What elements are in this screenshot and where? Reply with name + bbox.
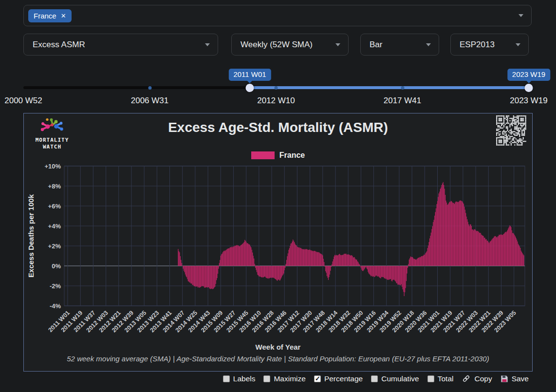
region-multiselect[interactable]: France ✕ — [23, 5, 532, 26]
bar — [347, 255, 347, 266]
bar — [479, 233, 480, 266]
bar — [491, 241, 492, 266]
region-tag[interactable]: France ✕ — [28, 9, 72, 22]
bar — [515, 235, 515, 266]
standard-select[interactable]: ESP2013 — [450, 34, 529, 56]
excess-mortality-bar-chart[interactable]: +10%+8%+6%+4%+2%0%-2%-4%2011 W012011 W19… — [24, 162, 532, 341]
bar — [383, 266, 383, 277]
bar — [222, 254, 222, 266]
bar — [296, 245, 297, 266]
metric-select-value: Excess ASMR — [33, 40, 85, 50]
bar — [416, 260, 416, 266]
bar — [216, 266, 217, 280]
percentage-checkbox[interactable] — [314, 375, 321, 382]
bar — [368, 266, 368, 272]
remove-tag-icon[interactable]: ✕ — [61, 13, 66, 19]
bar — [359, 264, 360, 266]
bar — [422, 256, 423, 266]
bar — [456, 202, 456, 266]
slider-track-active[interactable] — [250, 86, 529, 89]
bar — [439, 193, 439, 266]
metric-select[interactable]: Excess ASMR — [23, 34, 218, 56]
bar — [319, 252, 319, 266]
checkbox-label[interactable]: Maximize — [274, 374, 305, 383]
legend[interactable]: France — [24, 151, 532, 160]
bar — [507, 231, 507, 266]
bar — [339, 254, 339, 266]
frequency-select[interactable]: Weekly (52W SMA) — [231, 34, 349, 56]
bar — [187, 266, 187, 279]
save-button[interactable]: Save — [500, 374, 529, 383]
bar — [299, 247, 299, 266]
chart-footnote: 52 week moving average (SMA) | Age-Stand… — [24, 355, 532, 363]
bar — [389, 266, 389, 280]
bar — [338, 255, 338, 266]
bar — [302, 249, 302, 266]
y-tick-label: +10% — [44, 163, 61, 170]
bar — [262, 266, 263, 277]
toolbar-option-maximize[interactable]: Maximize — [263, 374, 305, 383]
bar — [313, 251, 314, 266]
bar — [440, 189, 441, 266]
bar — [315, 251, 315, 266]
bar — [264, 266, 265, 277]
bar — [252, 250, 252, 266]
bar — [327, 266, 327, 276]
bar — [384, 266, 385, 279]
copy-button[interactable]: Copy — [462, 374, 492, 383]
action-label[interactable]: Save — [512, 374, 529, 383]
bar — [286, 260, 287, 266]
toolbar-option-total[interactable]: Total — [427, 374, 454, 383]
bar — [307, 249, 307, 266]
bar — [352, 255, 352, 266]
slider-scale-label: 2012 W10 — [257, 96, 295, 106]
checkbox-label[interactable]: Labels — [233, 374, 256, 383]
cumulative-checkbox[interactable] — [371, 375, 378, 382]
bar — [406, 266, 407, 281]
bar — [324, 262, 324, 266]
checkbox-label[interactable]: Total — [438, 374, 454, 383]
total-checkbox[interactable] — [427, 375, 434, 382]
bar — [210, 266, 211, 289]
maximize-checkbox[interactable] — [263, 375, 270, 382]
bar — [328, 266, 329, 280]
bar — [382, 266, 382, 277]
bar — [391, 266, 391, 281]
bar — [366, 266, 367, 268]
bar — [240, 246, 240, 266]
bar — [472, 229, 472, 266]
bar — [474, 229, 475, 266]
labels-checkbox[interactable] — [223, 375, 230, 382]
toolbar-option-labels[interactable]: Labels — [223, 374, 256, 383]
bar — [205, 266, 205, 288]
bar — [352, 256, 352, 266]
bar — [412, 257, 412, 266]
bar — [209, 266, 209, 288]
chevron-down-icon — [426, 43, 431, 46]
bar — [214, 266, 215, 287]
checkbox-label[interactable]: Percentage — [324, 374, 363, 383]
floppy-icon — [500, 375, 508, 383]
bar — [193, 266, 194, 286]
bar — [269, 266, 269, 279]
slider-handle-start[interactable]: 2011 W01 — [246, 84, 254, 92]
bar — [402, 266, 402, 287]
bar — [387, 266, 388, 280]
checkbox-label[interactable]: Cumulative — [381, 374, 419, 383]
slider-handle-end[interactable]: 2023 W19 — [525, 84, 533, 92]
bar — [249, 244, 250, 266]
bar — [478, 232, 479, 266]
chevron-down-icon — [516, 43, 520, 46]
y-tick-label: -4% — [50, 302, 61, 310]
bar — [186, 266, 187, 277]
action-label[interactable]: Copy — [474, 374, 492, 383]
chart-type-select[interactable]: Bar — [360, 34, 439, 56]
bar — [281, 266, 282, 278]
bar — [339, 254, 340, 266]
bar — [501, 235, 502, 266]
bar — [476, 231, 477, 266]
toolbar-option-percentage[interactable]: Percentage — [314, 374, 363, 383]
toolbar-option-cumulative[interactable]: Cumulative — [371, 374, 419, 383]
bar — [311, 250, 311, 266]
date-range-slider[interactable]: 2011 W01 2023 W19 2000 W52 2006 W31 2012… — [23, 78, 529, 107]
